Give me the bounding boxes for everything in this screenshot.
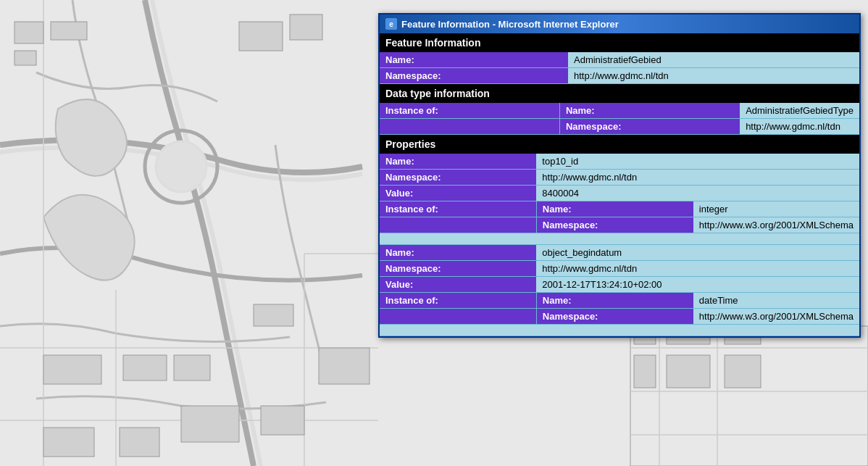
table-row: Instance of: Name: integer <box>380 201 859 217</box>
ie-icon: e <box>385 18 397 30</box>
svg-rect-18 <box>181 406 239 442</box>
table-row: Namespace: http://www.gdmc.nl/tdn <box>380 170 859 186</box>
table-row: Value: 2001-12-17T13:24:10+02:00 <box>380 277 859 293</box>
name-label: Name: <box>380 52 568 68</box>
svg-rect-8 <box>51 22 87 40</box>
svg-rect-34 <box>725 355 761 388</box>
p1-namespace-label: Namespace: <box>380 170 536 186</box>
svg-rect-13 <box>43 355 101 384</box>
svg-rect-23 <box>630 326 868 466</box>
feature-info-header: Feature Information <box>380 33 859 52</box>
table-row: Namespace: http://www.gdmc.nl/tdn <box>380 68 859 84</box>
svg-rect-33 <box>667 355 710 388</box>
p2-name2-value: dateTime <box>693 293 859 309</box>
dt-name-value: AdministratiefGebiedType <box>740 103 859 119</box>
p2-value-value: 2001-12-17T13:24:10+02:00 <box>536 277 859 293</box>
dt-name-label: Name: <box>559 103 740 119</box>
svg-rect-7 <box>14 22 43 43</box>
svg-rect-14 <box>123 355 167 380</box>
p2-name-value: object_begindatum <box>536 245 859 261</box>
name-value: AdministratiefGebied <box>568 52 859 68</box>
p2-namespace2-label: Namespace: <box>536 309 693 325</box>
table-row: Instance of: Name: AdministratiefGebiedT… <box>380 103 859 119</box>
svg-rect-20 <box>319 348 370 384</box>
svg-point-22 <box>156 141 206 192</box>
svg-rect-12 <box>254 304 293 326</box>
p1-name-value: top10_id <box>536 154 859 170</box>
svg-rect-19 <box>261 406 304 435</box>
spacer-row <box>380 233 859 245</box>
p2-name-label: Name: <box>380 245 536 261</box>
table-row: Instance of: Name: dateTime <box>380 293 859 309</box>
p1-value-label: Value: <box>380 186 536 201</box>
p1-name-label: Name: <box>380 154 536 170</box>
feature-info-table: Name: AdministratiefGebied Namespace: ht… <box>380 52 859 84</box>
ie-window: e Feature Information - Microsoft Intern… <box>378 13 861 338</box>
p2-value-label: Value: <box>380 277 536 293</box>
properties-header: Properties <box>380 135 859 154</box>
p2-namespace2-value: http://www.w3.org/2001/XMLSchema <box>693 309 859 325</box>
namespace-label: Namespace: <box>380 68 568 84</box>
data-type-table: Instance of: Name: AdministratiefGebiedT… <box>380 103 859 135</box>
p1-name2-label: Name: <box>536 201 693 217</box>
svg-rect-10 <box>239 22 283 51</box>
svg-rect-15 <box>174 355 210 380</box>
table-row: Name: object_begindatum <box>380 245 859 261</box>
title-bar: e Feature Information - Microsoft Intern… <box>380 14 859 33</box>
p1-namespace2-label: Namespace: <box>536 217 693 233</box>
property1-table: Name: top10_id Namespace: http://www.gdm… <box>380 154 859 245</box>
svg-rect-16 <box>43 428 94 457</box>
p2-instance-of-label: Instance of: <box>380 293 536 309</box>
table-row: Namespace: http://www.gdmc.nl/tdn <box>380 261 859 277</box>
table-row: Name: AdministratiefGebied <box>380 52 859 68</box>
svg-rect-17 <box>120 428 159 457</box>
p2-name2-label: Name: <box>536 293 693 309</box>
p1-name2-value: integer <box>693 201 859 217</box>
p1-instance-of-label: Instance of: <box>380 201 536 217</box>
svg-rect-9 <box>14 51 36 65</box>
dt-namespace-value: http://www.gdmc.nl/tdn <box>740 119 859 135</box>
data-type-header: Data type information <box>380 84 859 103</box>
dt-namespace-label: Namespace: <box>559 119 740 135</box>
content-area: Feature Information Name: Administratief… <box>380 33 859 336</box>
svg-rect-11 <box>290 14 322 40</box>
p2-namespace-value: http://www.gdmc.nl/tdn <box>536 261 859 277</box>
p2-namespace-label: Namespace: <box>380 261 536 277</box>
table-row: Value: 8400004 <box>380 186 859 201</box>
table-row: Namespace: http://www.w3.org/2001/XMLSch… <box>380 217 859 233</box>
spacer-row-bottom <box>380 325 859 336</box>
instance-of-label: Instance of: <box>380 103 559 119</box>
property2-table: Name: object_begindatum Namespace: http:… <box>380 245 859 336</box>
table-row: Namespace: http://www.w3.org/2001/XMLSch… <box>380 309 859 325</box>
table-row: Name: top10_id <box>380 154 859 170</box>
p1-namespace-value: http://www.gdmc.nl/tdn <box>536 170 859 186</box>
namespace-value: http://www.gdmc.nl/tdn <box>568 68 859 84</box>
table-row: Namespace: http://www.gdmc.nl/tdn <box>380 119 859 135</box>
svg-rect-32 <box>634 355 656 388</box>
p1-namespace2-value: http://www.w3.org/2001/XMLSchema <box>693 217 859 233</box>
window-title: Feature Information - Microsoft Internet… <box>401 19 619 30</box>
p1-value-value: 8400004 <box>536 186 859 201</box>
